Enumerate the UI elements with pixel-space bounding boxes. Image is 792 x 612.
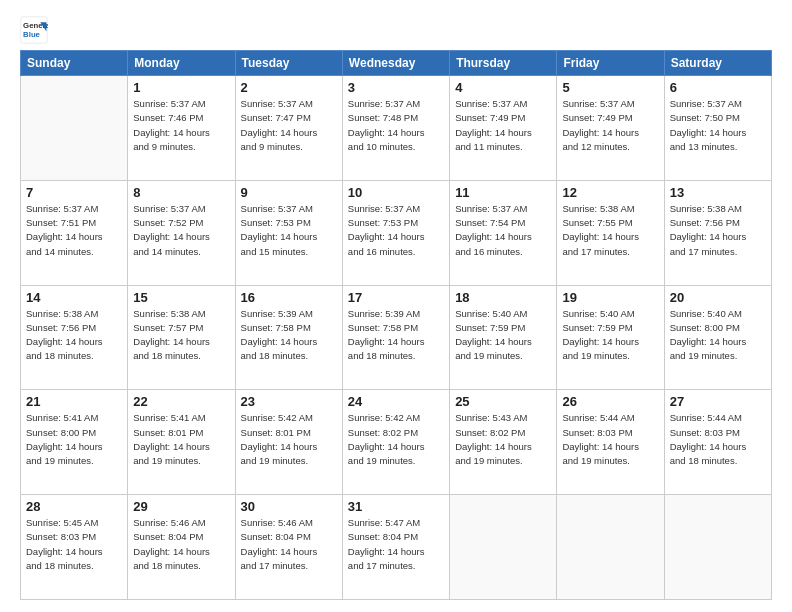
day-info: Sunrise: 5:46 AMSunset: 8:04 PMDaylight:… (241, 516, 337, 573)
day-info: Sunrise: 5:37 AMSunset: 7:47 PMDaylight:… (241, 97, 337, 154)
calendar-week-row: 28Sunrise: 5:45 AMSunset: 8:03 PMDayligh… (21, 495, 772, 600)
day-number: 20 (670, 290, 766, 305)
calendar-cell: 23Sunrise: 5:42 AMSunset: 8:01 PMDayligh… (235, 390, 342, 495)
day-info: Sunrise: 5:39 AMSunset: 7:58 PMDaylight:… (348, 307, 444, 364)
calendar-cell (21, 76, 128, 181)
day-number: 15 (133, 290, 229, 305)
day-info: Sunrise: 5:37 AMSunset: 7:49 PMDaylight:… (562, 97, 658, 154)
day-info: Sunrise: 5:45 AMSunset: 8:03 PMDaylight:… (26, 516, 122, 573)
day-info: Sunrise: 5:43 AMSunset: 8:02 PMDaylight:… (455, 411, 551, 468)
day-number: 18 (455, 290, 551, 305)
calendar-cell: 13Sunrise: 5:38 AMSunset: 7:56 PMDayligh… (664, 180, 771, 285)
calendar-cell: 15Sunrise: 5:38 AMSunset: 7:57 PMDayligh… (128, 285, 235, 390)
calendar-cell: 9Sunrise: 5:37 AMSunset: 7:53 PMDaylight… (235, 180, 342, 285)
day-number: 29 (133, 499, 229, 514)
calendar-cell: 28Sunrise: 5:45 AMSunset: 8:03 PMDayligh… (21, 495, 128, 600)
calendar-cell: 26Sunrise: 5:44 AMSunset: 8:03 PMDayligh… (557, 390, 664, 495)
calendar-header-wednesday: Wednesday (342, 51, 449, 76)
calendar-cell: 5Sunrise: 5:37 AMSunset: 7:49 PMDaylight… (557, 76, 664, 181)
calendar-cell: 2Sunrise: 5:37 AMSunset: 7:47 PMDaylight… (235, 76, 342, 181)
calendar-cell: 24Sunrise: 5:42 AMSunset: 8:02 PMDayligh… (342, 390, 449, 495)
day-info: Sunrise: 5:37 AMSunset: 7:53 PMDaylight:… (241, 202, 337, 259)
header: General Blue (20, 16, 772, 44)
day-number: 10 (348, 185, 444, 200)
day-number: 14 (26, 290, 122, 305)
day-number: 17 (348, 290, 444, 305)
calendar-cell (664, 495, 771, 600)
day-info: Sunrise: 5:37 AMSunset: 7:52 PMDaylight:… (133, 202, 229, 259)
calendar-cell: 10Sunrise: 5:37 AMSunset: 7:53 PMDayligh… (342, 180, 449, 285)
calendar-cell: 4Sunrise: 5:37 AMSunset: 7:49 PMDaylight… (450, 76, 557, 181)
day-number: 6 (670, 80, 766, 95)
logo: General Blue (20, 16, 50, 44)
day-info: Sunrise: 5:37 AMSunset: 7:49 PMDaylight:… (455, 97, 551, 154)
day-info: Sunrise: 5:40 AMSunset: 8:00 PMDaylight:… (670, 307, 766, 364)
day-info: Sunrise: 5:37 AMSunset: 7:51 PMDaylight:… (26, 202, 122, 259)
day-info: Sunrise: 5:37 AMSunset: 7:48 PMDaylight:… (348, 97, 444, 154)
calendar-cell: 21Sunrise: 5:41 AMSunset: 8:00 PMDayligh… (21, 390, 128, 495)
day-number: 22 (133, 394, 229, 409)
day-number: 23 (241, 394, 337, 409)
day-number: 19 (562, 290, 658, 305)
calendar-header-row: SundayMondayTuesdayWednesdayThursdayFrid… (21, 51, 772, 76)
day-number: 2 (241, 80, 337, 95)
calendar-week-row: 7Sunrise: 5:37 AMSunset: 7:51 PMDaylight… (21, 180, 772, 285)
day-number: 3 (348, 80, 444, 95)
day-number: 13 (670, 185, 766, 200)
day-number: 9 (241, 185, 337, 200)
day-info: Sunrise: 5:42 AMSunset: 8:02 PMDaylight:… (348, 411, 444, 468)
calendar-cell (557, 495, 664, 600)
day-number: 21 (26, 394, 122, 409)
calendar-cell: 19Sunrise: 5:40 AMSunset: 7:59 PMDayligh… (557, 285, 664, 390)
day-info: Sunrise: 5:38 AMSunset: 7:55 PMDaylight:… (562, 202, 658, 259)
day-number: 12 (562, 185, 658, 200)
logo-icon: General Blue (20, 16, 48, 44)
day-number: 4 (455, 80, 551, 95)
calendar-cell: 1Sunrise: 5:37 AMSunset: 7:46 PMDaylight… (128, 76, 235, 181)
calendar-week-row: 21Sunrise: 5:41 AMSunset: 8:00 PMDayligh… (21, 390, 772, 495)
day-number: 16 (241, 290, 337, 305)
calendar-cell: 7Sunrise: 5:37 AMSunset: 7:51 PMDaylight… (21, 180, 128, 285)
calendar-week-row: 14Sunrise: 5:38 AMSunset: 7:56 PMDayligh… (21, 285, 772, 390)
calendar-cell: 8Sunrise: 5:37 AMSunset: 7:52 PMDaylight… (128, 180, 235, 285)
calendar-cell: 12Sunrise: 5:38 AMSunset: 7:55 PMDayligh… (557, 180, 664, 285)
day-number: 31 (348, 499, 444, 514)
calendar-cell: 16Sunrise: 5:39 AMSunset: 7:58 PMDayligh… (235, 285, 342, 390)
day-number: 30 (241, 499, 337, 514)
calendar-cell: 31Sunrise: 5:47 AMSunset: 8:04 PMDayligh… (342, 495, 449, 600)
calendar-week-row: 1Sunrise: 5:37 AMSunset: 7:46 PMDaylight… (21, 76, 772, 181)
calendar-table: SundayMondayTuesdayWednesdayThursdayFrid… (20, 50, 772, 600)
svg-text:Blue: Blue (23, 30, 41, 39)
day-info: Sunrise: 5:41 AMSunset: 8:00 PMDaylight:… (26, 411, 122, 468)
calendar-cell: 3Sunrise: 5:37 AMSunset: 7:48 PMDaylight… (342, 76, 449, 181)
day-info: Sunrise: 5:47 AMSunset: 8:04 PMDaylight:… (348, 516, 444, 573)
calendar-header-monday: Monday (128, 51, 235, 76)
day-number: 26 (562, 394, 658, 409)
day-number: 5 (562, 80, 658, 95)
calendar-cell: 25Sunrise: 5:43 AMSunset: 8:02 PMDayligh… (450, 390, 557, 495)
day-info: Sunrise: 5:46 AMSunset: 8:04 PMDaylight:… (133, 516, 229, 573)
day-number: 7 (26, 185, 122, 200)
day-info: Sunrise: 5:40 AMSunset: 7:59 PMDaylight:… (562, 307, 658, 364)
day-info: Sunrise: 5:38 AMSunset: 7:56 PMDaylight:… (26, 307, 122, 364)
calendar-header-sunday: Sunday (21, 51, 128, 76)
day-number: 28 (26, 499, 122, 514)
calendar-cell: 17Sunrise: 5:39 AMSunset: 7:58 PMDayligh… (342, 285, 449, 390)
day-number: 24 (348, 394, 444, 409)
day-info: Sunrise: 5:38 AMSunset: 7:56 PMDaylight:… (670, 202, 766, 259)
day-info: Sunrise: 5:37 AMSunset: 7:46 PMDaylight:… (133, 97, 229, 154)
day-number: 11 (455, 185, 551, 200)
day-number: 8 (133, 185, 229, 200)
day-info: Sunrise: 5:37 AMSunset: 7:54 PMDaylight:… (455, 202, 551, 259)
calendar-cell: 20Sunrise: 5:40 AMSunset: 8:00 PMDayligh… (664, 285, 771, 390)
calendar-cell (450, 495, 557, 600)
day-info: Sunrise: 5:40 AMSunset: 7:59 PMDaylight:… (455, 307, 551, 364)
day-number: 1 (133, 80, 229, 95)
calendar-cell: 11Sunrise: 5:37 AMSunset: 7:54 PMDayligh… (450, 180, 557, 285)
calendar-cell: 30Sunrise: 5:46 AMSunset: 8:04 PMDayligh… (235, 495, 342, 600)
day-number: 25 (455, 394, 551, 409)
day-info: Sunrise: 5:42 AMSunset: 8:01 PMDaylight:… (241, 411, 337, 468)
calendar-header-saturday: Saturday (664, 51, 771, 76)
page: General Blue SundayMondayTuesdayWednesda… (0, 0, 792, 612)
calendar-header-friday: Friday (557, 51, 664, 76)
